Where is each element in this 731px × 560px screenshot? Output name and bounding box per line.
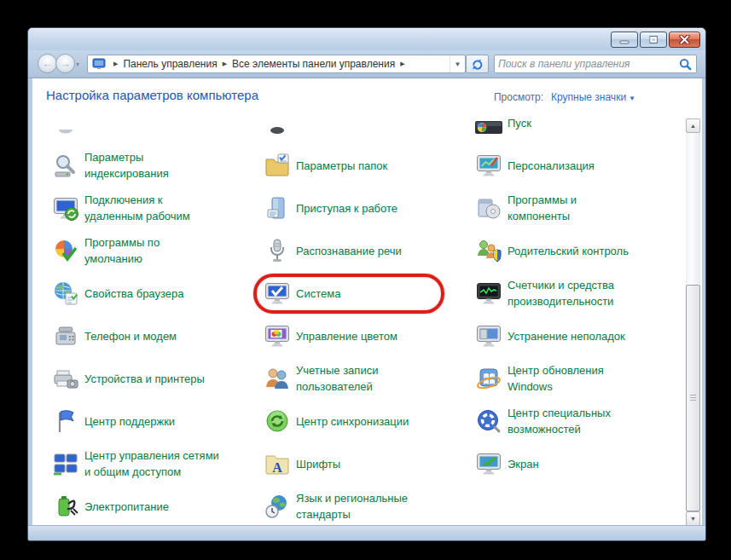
item-start[interactable]: Пуск: [475, 118, 531, 136]
minimize-icon: [619, 36, 629, 44]
search-input[interactable]: [495, 58, 679, 70]
item-internet-options[interactable]: Свойства браузера: [52, 280, 183, 307]
view-value-link[interactable]: Крупные значки: [551, 91, 626, 103]
breadcrumb-segment[interactable]: Все элементы панели управления: [232, 58, 395, 70]
item-speech-recognition[interactable]: Распознавание речи: [264, 237, 402, 264]
item-ease-of-access[interactable]: Центр специальныхвозможностей: [475, 405, 611, 437]
item-power-options[interactable]: Электропитание: [52, 493, 169, 520]
item-label: Язык и региональныестандарты: [296, 490, 408, 522]
item-label: Учетные записипользователей: [296, 362, 378, 395]
item-label: Устройства и принтеры: [84, 371, 205, 387]
item-label: Управление цветом: [296, 328, 397, 344]
item-windows-update[interactable]: Центр обновленияWindows: [475, 362, 604, 395]
display-icon: [475, 450, 502, 477]
sliver-b-icon: [264, 118, 291, 136]
breadcrumb-segment[interactable]: Панель управления: [123, 58, 217, 70]
address-bar[interactable]: ▶Панель управления▶Все элементы панели у…: [87, 55, 466, 73]
item-label: Родительский контроль: [508, 243, 629, 259]
item-folder-options[interactable]: Параметры папок: [264, 152, 387, 179]
start-icon: [475, 118, 502, 136]
item-troubleshooting[interactable]: Устранение неполадок: [475, 322, 625, 349]
item-performance[interactable]: Счетчики и средствапроизводительности: [475, 277, 614, 309]
scrollbar-down-button[interactable]: ▼: [686, 511, 700, 526]
maximize-button[interactable]: [640, 32, 667, 48]
breadcrumb-chevron-icon: ▶: [223, 61, 227, 67]
page-title: Настройка параметров компьютера: [46, 88, 258, 102]
scrollbar-thumb[interactable]: [686, 285, 700, 511]
item-label: Приступая к работе: [296, 200, 397, 216]
sync-center-icon: [264, 407, 291, 435]
sliver-a-icon: [52, 118, 79, 136]
item-color-management[interactable]: Управление цветом: [264, 322, 397, 349]
item-devices-printers[interactable]: Устройства и принтеры: [52, 365, 205, 392]
region-language-icon: [264, 493, 291, 520]
item-label: Центр поддержки: [84, 413, 175, 430]
performance-icon: [475, 280, 502, 307]
user-accounts-icon: [264, 365, 291, 392]
ease-of-access-icon: [475, 407, 502, 435]
window-controls: [611, 32, 700, 48]
item-indexing-options[interactable]: Параметрыиндексирования: [52, 149, 169, 182]
refresh-button[interactable]: [466, 55, 489, 73]
item-display[interactable]: Экран: [475, 450, 539, 477]
item-label: Электропитание: [84, 499, 169, 515]
item-sync-center[interactable]: Центр синхронизации: [264, 407, 409, 435]
item-action-center[interactable]: Центр поддержки: [52, 407, 175, 435]
search-icon[interactable]: [679, 58, 692, 71]
minimize-button[interactable]: [611, 32, 638, 48]
item-user-accounts[interactable]: Учетные записипользователей: [264, 362, 378, 395]
phone-modem-icon: [52, 322, 79, 349]
back-button[interactable]: ←: [38, 54, 57, 73]
item-phone-modem[interactable]: Телефон и модем: [52, 322, 177, 349]
folder-options-icon: [264, 152, 291, 179]
scrollbar-track[interactable]: ▲ ▼: [686, 118, 700, 526]
item-remote-desktop[interactable]: Подключения кудаленным рабочим: [52, 192, 190, 224]
item-system[interactable]: Система: [264, 280, 340, 307]
indexing-options-icon: [52, 152, 79, 179]
item-label: Персонализация: [508, 158, 595, 174]
breadcrumb-chevron-icon: ▶: [113, 61, 118, 67]
item-label: Параметрыиндексирования: [84, 149, 169, 182]
search-box: [494, 55, 697, 73]
breadcrumb: ▶Панель управления▶Все элементы панели у…: [108, 58, 410, 70]
item-label: Экран: [508, 456, 539, 472]
remote-desktop-icon: [52, 194, 79, 222]
item-programs-features[interactable]: Программы икомпоненты: [475, 192, 577, 224]
item-label: Распознавание речи: [296, 243, 402, 259]
svg-text:A: A: [272, 460, 282, 475]
item-parental-controls[interactable]: Родительский контроль: [475, 237, 629, 264]
fonts-icon: A: [264, 450, 291, 477]
item-default-programs[interactable]: Программы поумолчанию: [52, 234, 160, 267]
windows-update-icon: [475, 365, 502, 392]
speech-recognition-icon: [264, 237, 291, 264]
items-grid: ПускПараметрыиндексированияПараметры пап…: [32, 118, 684, 526]
view-caret-icon[interactable]: ▼: [629, 95, 635, 102]
item-region-language[interactable]: Язык и региональныестандарты: [264, 490, 408, 522]
scrollbar-up-button[interactable]: ▲: [686, 118, 700, 133]
item-sliver-a[interactable]: [52, 118, 79, 136]
programs-features-icon: [475, 194, 502, 222]
item-label: Система: [296, 286, 340, 302]
parental-controls-icon: [475, 237, 502, 264]
item-label: Свойства браузера: [84, 286, 183, 302]
item-getting-started[interactable]: Приступая к работе: [264, 194, 397, 222]
item-network-sharing[interactable]: Центр управления сетямии общим доступом: [52, 447, 219, 480]
item-sliver-b[interactable]: [264, 118, 291, 136]
maximize-icon: [648, 35, 658, 44]
item-label: Центр синхронизации: [296, 413, 409, 430]
close-button[interactable]: [669, 32, 700, 48]
refresh-icon: [471, 58, 484, 71]
forward-button[interactable]: →: [55, 54, 75, 73]
control-panel-icon: [92, 57, 106, 71]
power-options-icon: [52, 493, 79, 520]
item-personalization[interactable]: Персонализация: [475, 152, 595, 179]
item-label: Телефон и модем: [84, 328, 177, 344]
item-fonts[interactable]: AШрифты: [264, 450, 340, 477]
title-bar[interactable]: [28, 28, 705, 50]
item-label: Параметры папок: [296, 158, 387, 174]
item-label: Программы икомпоненты: [508, 192, 577, 224]
address-dropdown-button[interactable]: ▼: [450, 55, 465, 72]
recent-pages-chevron-icon[interactable]: ▾: [76, 61, 79, 68]
view-selector: Просмотр:Крупные значки▼: [494, 91, 635, 103]
troubleshooting-icon: [475, 322, 502, 349]
